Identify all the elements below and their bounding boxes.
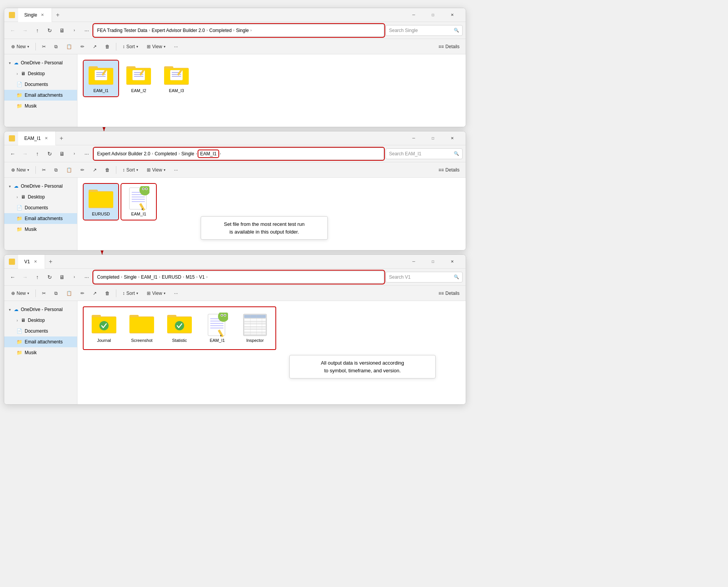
more-nav-btn-v1[interactable]: ··· (81, 272, 92, 283)
cut-btn-eam-i1[interactable]: ✂ (38, 164, 50, 176)
sidebar-documents-v1[interactable]: 📄 Documents (4, 326, 77, 336)
sidebar-musik-eam-i1[interactable]: 📁 Musik (4, 224, 77, 235)
rename-btn-single[interactable]: ✏ (77, 40, 88, 53)
breadcrumb-eam-i1-v1[interactable]: EAM_I1 (141, 274, 158, 280)
sidebar-desktop-v1[interactable]: › 🖥 Desktop (4, 315, 77, 326)
view-btn-single[interactable]: ⊞ View ▾ (143, 40, 169, 53)
up-btn-eam-i1[interactable]: ↑ (32, 148, 43, 159)
view-btn-v1[interactable]: ⊞ View ▾ (143, 287, 169, 299)
paste-btn-single[interactable]: 📋 (62, 40, 76, 53)
folder-eam-i3[interactable]: EAM_I3 (159, 61, 194, 96)
sort-btn-v1[interactable]: ↕ Sort ▾ (119, 287, 142, 299)
monitor-btn-v1[interactable]: 🖥 (57, 272, 67, 283)
folder-statistic[interactable]: Statistic (162, 310, 197, 346)
rename-btn-eam-i1[interactable]: ✏ (77, 164, 88, 176)
details-btn-v1[interactable]: ≡≡ Details (435, 291, 463, 296)
folder-eam-i2[interactable]: EAM_I2 (121, 61, 156, 96)
sidebar-onedrive-single[interactable]: ▾ ☁ OneDrive - Personal (4, 57, 77, 68)
back-btn-single[interactable]: ← (7, 25, 18, 36)
breadcrumb-item-eab[interactable]: Expert Advisor Builder 2.0 (152, 28, 205, 33)
cut-btn-single[interactable]: ✂ (38, 40, 50, 53)
refresh-btn-v1[interactable]: ↻ (44, 272, 55, 283)
sidebar-musik-v1[interactable]: 📁 Musik (4, 347, 77, 358)
breadcrumb-item-completed[interactable]: Completed (209, 28, 231, 33)
more-nav-btn-eam-i1[interactable]: ··· (81, 148, 92, 159)
more-nav-btn-single[interactable]: ··· (81, 25, 92, 36)
sidebar-desktop-eam-i1[interactable]: › 🖥 Desktop (4, 192, 77, 202)
delete-btn-v1[interactable]: 🗑 (101, 287, 114, 299)
maximize-btn-eam-i1[interactable]: □ (424, 131, 442, 145)
copy-btn-v1[interactable]: ⧉ (50, 287, 62, 299)
sidebar-documents-eam-i1[interactable]: 📄 Documents (4, 202, 77, 213)
back-btn-v1[interactable]: ← (7, 272, 18, 283)
sidebar-desktop-single[interactable]: › 🖥 Desktop (4, 68, 77, 79)
new-btn-v1[interactable]: ⊕ New ▾ (7, 287, 33, 299)
monitor-btn-eam-i1[interactable]: 🖥 (57, 148, 67, 159)
sort-btn-single[interactable]: ↕ Sort ▾ (119, 40, 142, 53)
breadcrumb-eurusd-v1[interactable]: EURUSD (162, 274, 181, 280)
tab-close-single[interactable]: ✕ (39, 12, 45, 18)
sidebar-email-eam-i1[interactable]: 📁 Email attachments (4, 213, 77, 224)
close-btn-v1[interactable]: ✕ (443, 255, 461, 269)
refresh-btn-single[interactable]: ↻ (44, 25, 55, 36)
breadcrumb-v1[interactable]: Completed › Single › EAM_I1 › EURUSD › M… (94, 271, 384, 283)
tab-add-eam-i1[interactable]: + (56, 135, 67, 142)
paste-btn-eam-i1[interactable]: 📋 (62, 164, 76, 176)
sidebar-onedrive-eam-i1[interactable]: ▾ ☁ OneDrive - Personal (4, 181, 77, 192)
forward-btn-single[interactable]: → (20, 25, 30, 36)
sidebar-email-v1[interactable]: 📁 Email attachments (4, 336, 77, 347)
sidebar-documents-single[interactable]: 📄 Documents (4, 79, 77, 90)
breadcrumb-single-v1[interactable]: Single (124, 274, 136, 280)
more-btn-v1[interactable]: ··· (170, 287, 182, 299)
delete-btn-single[interactable]: 🗑 (101, 40, 114, 53)
share-btn-eam-i1[interactable]: ↗ (89, 164, 101, 176)
tab-single[interactable]: Single ✕ (18, 8, 52, 22)
breadcrumb-single[interactable]: FEA Trading Tester Data › Expert Advisor… (94, 24, 384, 37)
breadcrumb-item-completed2[interactable]: Completed (154, 151, 177, 156)
breadcrumb-item-eam-i1-highlighted[interactable]: EAM_I1 (199, 151, 218, 157)
breadcrumb-item-eab2[interactable]: Expert Advisor Builder 2.0 (97, 151, 150, 156)
close-btn-single[interactable]: ✕ (443, 8, 461, 22)
delete-btn-eam-i1[interactable]: 🗑 (101, 164, 114, 176)
sidebar-onedrive-v1[interactable]: ▾ ☁ OneDrive - Personal (4, 304, 77, 315)
breadcrumb-item-fea[interactable]: FEA Trading Tester Data (97, 28, 148, 33)
breadcrumb-m15-v1[interactable]: M15 (186, 274, 195, 280)
more-btn-eam-i1[interactable]: ··· (170, 164, 182, 176)
breadcrumb-eam-i1[interactable]: Expert Advisor Builder 2.0 › Completed ›… (94, 148, 384, 160)
monitor-btn-single[interactable]: 🖥 (57, 25, 67, 36)
forward-btn-eam-i1[interactable]: → (20, 148, 30, 159)
minimize-btn-v1[interactable]: ─ (405, 255, 423, 269)
share-btn-single[interactable]: ↗ (89, 40, 101, 53)
file-eam-i1-v1[interactable]: EAM_I1 (200, 310, 235, 346)
cut-btn-v1[interactable]: ✂ (38, 287, 50, 299)
details-btn-single[interactable]: ≡≡ Details (435, 44, 463, 49)
back-btn-eam-i1[interactable]: ← (7, 148, 18, 159)
folder-journal[interactable]: Journal (87, 310, 121, 346)
up-btn-single[interactable]: ↑ (32, 25, 43, 36)
file-inspector[interactable]: Inspector (238, 310, 272, 346)
view-btn-eam-i1[interactable]: ⊞ View ▾ (143, 164, 169, 176)
chevron-btn-v1[interactable]: › (69, 272, 80, 283)
folder-screenshot[interactable]: Screenshot (124, 310, 159, 346)
maximize-btn-v1[interactable]: □ (424, 255, 442, 269)
chevron-btn-single[interactable]: › (69, 25, 80, 36)
tab-v1[interactable]: V1 ✕ (18, 255, 45, 269)
sidebar-email-single[interactable]: 📁 Email attachments (4, 90, 77, 101)
folder-eurusd[interactable]: EURUSD (84, 184, 118, 220)
minimize-btn-eam-i1[interactable]: ─ (405, 131, 423, 145)
copy-btn-eam-i1[interactable]: ⧉ (50, 164, 62, 176)
chevron-btn-eam-i1[interactable]: › (69, 148, 80, 159)
close-btn-eam-i1[interactable]: ✕ (443, 131, 461, 145)
new-btn-eam-i1[interactable]: ⊕ New ▾ (7, 164, 33, 176)
rename-btn-v1[interactable]: ✏ (77, 287, 88, 299)
share-btn-v1[interactable]: ↗ (89, 287, 101, 299)
tab-close-eam-i1[interactable]: ✕ (43, 135, 49, 141)
search-bar-v1[interactable]: Search V1 🔍 (386, 272, 463, 283)
refresh-btn-eam-i1[interactable]: ↻ (44, 148, 55, 159)
minimize-btn-single[interactable]: ─ (405, 8, 423, 22)
forward-btn-v1[interactable]: → (20, 272, 30, 283)
file-eam-i1-notepad[interactable]: EAM_I1 (121, 184, 156, 220)
up-btn-v1[interactable]: ↑ (32, 272, 43, 283)
search-bar-eam-i1[interactable]: Search EAM_I1 🔍 (386, 148, 463, 159)
new-btn-single[interactable]: ⊕ New ▾ (7, 40, 33, 53)
